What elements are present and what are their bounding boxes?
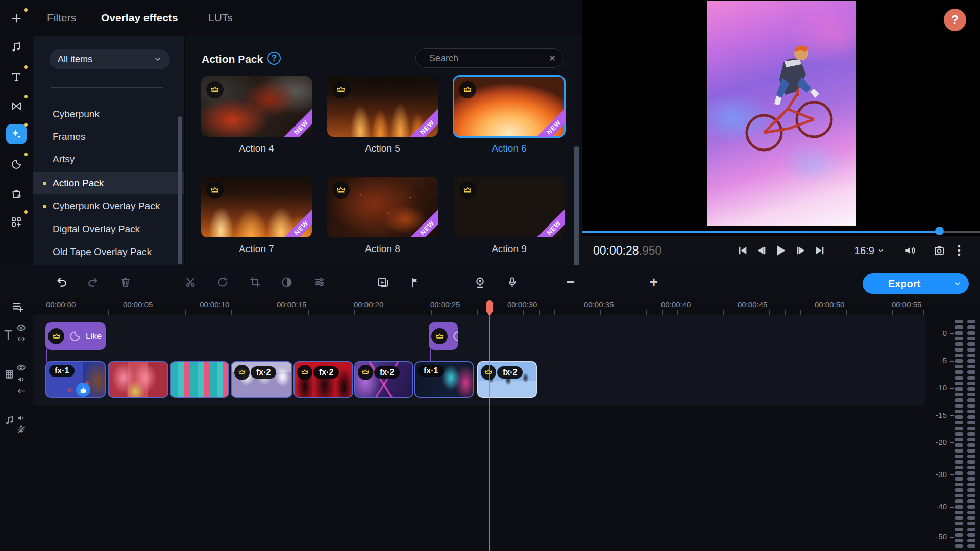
sidebar-item-action-pack[interactable]: Action Pack xyxy=(33,172,184,194)
voiceover-mic-button[interactable] xyxy=(501,271,523,293)
titles-button[interactable] xyxy=(6,67,27,87)
stickers-button[interactable] xyxy=(6,154,27,174)
effect-card-action-7[interactable]: NEW Action 7 xyxy=(201,177,312,237)
skip-to-end-button[interactable] xyxy=(811,236,828,265)
sidebar-scrollbar[interactable] xyxy=(178,116,182,264)
store-button[interactable] xyxy=(6,184,27,204)
zoom-in-button[interactable]: + xyxy=(643,271,665,293)
export-options-chevron-icon[interactable] xyxy=(946,280,969,288)
video-clip-4[interactable]: fx·2 xyxy=(231,361,292,398)
undo-button[interactable] xyxy=(50,271,71,293)
audio-track-mute-toggle[interactable] xyxy=(16,413,26,423)
add-track-button[interactable] xyxy=(11,300,24,313)
sidebar-item-frames[interactable]: Frames xyxy=(33,126,184,148)
marker-flag-button[interactable] xyxy=(404,271,426,293)
timeline-ruler[interactable]: 00:00:00 00:00:05 00:00:10 00:00:15 00:0… xyxy=(33,298,925,315)
new-content-dot xyxy=(43,182,46,185)
add-media-button[interactable] xyxy=(6,8,27,29)
video-clip-5[interactable]: fx·2 xyxy=(293,361,353,398)
effect-card-action-6[interactable]: NEW Action 6 xyxy=(454,76,565,137)
export-button[interactable]: Export xyxy=(863,273,969,294)
search-box[interactable]: ✕ xyxy=(415,48,564,68)
overlay-clip-label: Like xyxy=(86,331,102,341)
color-adjustments-button[interactable] xyxy=(276,271,298,293)
next-frame-button[interactable] xyxy=(792,236,810,265)
help-question-icon[interactable]: ? xyxy=(267,52,281,65)
effect-card-action-9[interactable]: NEW Action 9 xyxy=(454,177,565,237)
effects-button[interactable] xyxy=(6,124,27,144)
video-clip-7[interactable]: fx·1 xyxy=(414,361,474,398)
help-button[interactable]: ? xyxy=(944,9,966,31)
overlay-clip-2[interactable] xyxy=(429,322,458,350)
items-filter-dropdown[interactable]: All items xyxy=(50,49,170,69)
timeline-panel: 00:00:00 00:00:05 00:00:10 00:00:15 00:0… xyxy=(0,298,980,551)
search-input[interactable] xyxy=(428,53,549,64)
redo-button[interactable] xyxy=(83,271,105,293)
tab-luts[interactable]: LUTs xyxy=(208,0,233,36)
sidebar-item-cyberpunk-overlay-pack[interactable]: Cyberpunk Overlay Pack xyxy=(33,195,184,217)
video-clip-1[interactable]: fx·1 xyxy=(45,361,106,398)
transitions-button[interactable] xyxy=(6,96,27,116)
sidebar-item-cyberpunk[interactable]: Cyberpunk xyxy=(33,103,184,126)
rotate-button[interactable] xyxy=(212,271,233,293)
snapshot-button[interactable] xyxy=(933,236,945,265)
sidebar-item-artsy[interactable]: Artsy xyxy=(33,148,184,170)
ruler-ticks xyxy=(78,310,925,315)
video-clip-6[interactable]: fx·2 xyxy=(354,361,413,398)
tab-overlay-effects[interactable]: Overlay effects xyxy=(101,0,178,36)
tab-filters[interactable]: Filters xyxy=(47,0,76,36)
title-track-link-toggle[interactable] xyxy=(16,334,26,344)
sidebar-item-digital-overlay-pack[interactable]: Digital Overlay Pack xyxy=(33,218,184,240)
video-clip-8-selected[interactable]: fx·2 xyxy=(477,361,537,398)
scene-detection-button[interactable] xyxy=(372,271,394,293)
video-clip-2[interactable] xyxy=(108,361,168,398)
crop-button[interactable] xyxy=(244,271,266,293)
effect-card-action-8[interactable]: NEW Action 8 xyxy=(327,177,438,237)
seek-bar[interactable] xyxy=(582,231,980,233)
effect-card-action-4[interactable]: NEW Action 4 xyxy=(201,76,312,137)
seek-handle[interactable] xyxy=(935,227,944,235)
skip-to-start-button[interactable] xyxy=(734,236,751,265)
playhead-line[interactable] xyxy=(489,302,490,551)
audio-track-mic-muted-icon[interactable] xyxy=(16,425,26,435)
aspect-ratio-select[interactable]: 16:9 xyxy=(854,236,885,265)
music-button[interactable] xyxy=(6,37,27,58)
timecode-display: 00:00:28.950 xyxy=(593,236,662,265)
effect-label: Action 6 xyxy=(454,143,565,154)
clip-properties-button[interactable] xyxy=(309,271,330,293)
webcam-capture-button[interactable] xyxy=(469,271,491,293)
delete-button[interactable] xyxy=(115,271,136,293)
overlay-clip-like-sticker[interactable]: Like xyxy=(45,322,106,350)
thumb-up-icon xyxy=(76,383,90,397)
ruler-label: 00:00:40 xyxy=(661,300,691,309)
premium-crown-icon xyxy=(481,365,496,380)
previous-frame-button[interactable] xyxy=(753,236,770,265)
split-button[interactable] xyxy=(180,271,201,293)
premium-crown-icon xyxy=(459,81,476,98)
new-badge: NEW xyxy=(530,104,565,137)
panel-title: Action Pack xyxy=(202,53,263,65)
ruler-label: 00:00:45 xyxy=(738,300,767,309)
new-badge: NEW xyxy=(530,204,565,237)
transitions-icon xyxy=(10,100,22,112)
video-track-visibility-toggle[interactable] xyxy=(16,363,26,372)
clear-search-icon[interactable]: ✕ xyxy=(549,53,556,64)
zoom-out-button[interactable]: − xyxy=(560,271,581,293)
audio-track-icon xyxy=(4,415,15,426)
title-track-visibility-toggle[interactable] xyxy=(16,323,26,333)
notification-dot xyxy=(24,95,28,98)
more-options-button[interactable] xyxy=(958,236,961,265)
volume-button[interactable] xyxy=(903,236,917,265)
video-track-return-icon[interactable] xyxy=(16,386,26,396)
effects-scrollbar[interactable] xyxy=(574,146,579,267)
sidebar-item-old-tape-overlay-pack[interactable]: Old Tape Overlay Pack xyxy=(33,241,184,263)
play-button[interactable] xyxy=(772,236,789,265)
video-track-mute-toggle[interactable] xyxy=(16,374,26,384)
effect-card-action-5[interactable]: NEW Action 5 xyxy=(327,76,438,137)
more-apps-button[interactable] xyxy=(6,212,27,232)
notification-dot xyxy=(24,153,28,156)
edit-toolbar: − + Export xyxy=(0,265,980,298)
video-clip-3[interactable] xyxy=(170,361,229,398)
new-badge: NEW xyxy=(404,204,438,237)
effect-label: Action 7 xyxy=(201,243,312,255)
